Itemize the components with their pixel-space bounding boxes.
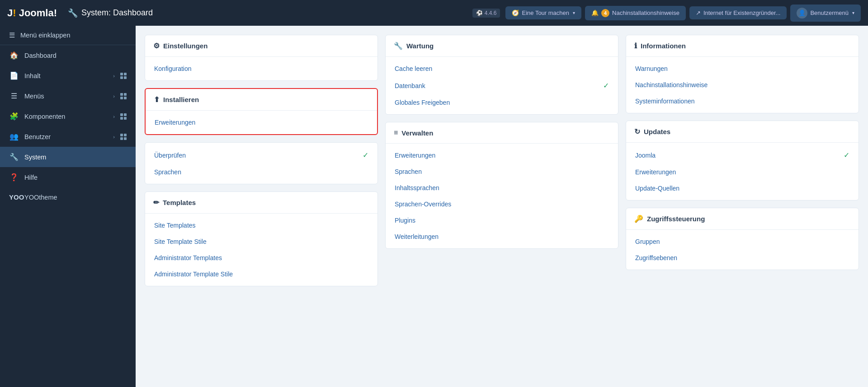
check-icon: ✓ bbox=[363, 151, 368, 159]
link-joomla-update[interactable]: Joomla ✓ bbox=[626, 146, 859, 164]
card-templates: ✏ Templates Site Templates Site Template… bbox=[145, 191, 378, 286]
refresh-icon: ↻ bbox=[634, 127, 640, 136]
card-header-einstellungen: ⚙ Einstellungen bbox=[145, 35, 377, 57]
wrench-icon: 🔧 bbox=[394, 42, 403, 50]
link-sprachen-overrides[interactable]: Sprachen-Overrides bbox=[386, 196, 618, 212]
card-updates: ↻ Updates Joomla ✓ Erweiterungen Update-… bbox=[626, 121, 859, 200]
menu-icon: ☰ bbox=[9, 92, 19, 100]
grid-icon bbox=[120, 134, 127, 140]
grid-icon bbox=[120, 93, 127, 99]
card-body-informationen: Warnungen Nachinstallationshinweise Syst… bbox=[626, 57, 859, 113]
link-weiterleitungen[interactable]: Weiterleitungen bbox=[386, 228, 618, 245]
tour-button[interactable]: 🧭 Eine Tour machen ▾ bbox=[505, 6, 581, 19]
home-icon: 🏠 bbox=[9, 51, 19, 60]
chevron-right-icon: › bbox=[113, 134, 115, 140]
link-cache-leeren[interactable]: Cache leeren bbox=[386, 61, 618, 77]
users-icon: 👥 bbox=[9, 132, 19, 141]
list-icon: ≡ bbox=[394, 129, 398, 137]
card-zugriffssteuerung: 🔑 Zugriffssteuerung Gruppen Zugriffseben… bbox=[626, 208, 859, 270]
sidebar-item-dashboard[interactable]: 🏠 Dashboard bbox=[0, 45, 136, 65]
link-plugins[interactable]: Plugins bbox=[386, 212, 618, 228]
link-warnungen[interactable]: Warnungen bbox=[626, 61, 859, 77]
logo-text: J! Joomla! bbox=[7, 7, 57, 19]
link-administrator-template-stile[interactable]: Administrator Template Stile bbox=[145, 266, 377, 282]
card-informationen: ℹ Informationen Warnungen Nachinstallati… bbox=[626, 35, 859, 113]
chevron-right-icon: › bbox=[113, 114, 115, 119]
link-globales-freigeben[interactable]: Globales Freigeben bbox=[386, 94, 618, 111]
link-sprachen-verwalten[interactable]: Sprachen bbox=[386, 163, 618, 180]
link-gruppen[interactable]: Gruppen bbox=[626, 233, 859, 250]
chevron-right-icon: › bbox=[113, 93, 115, 99]
link-inhaltssprachen[interactable]: Inhaltssprachen bbox=[386, 180, 618, 196]
link-site-template-stile[interactable]: Site Template Stile bbox=[145, 233, 377, 250]
card-wartung: 🔧 Wartung Cache leeren Datenbank ✓ Globa… bbox=[385, 35, 618, 115]
user-menu-button[interactable]: 👤 Benutzermenü ▾ bbox=[790, 5, 861, 22]
info-icon: ℹ bbox=[634, 42, 637, 50]
check-icon: ✓ bbox=[603, 81, 609, 90]
topbar: J! Joomla! 🔧 System: Dashboard ⚽ 4.4.6 🧭… bbox=[0, 0, 868, 26]
link-ueberpruefen[interactable]: Überprüfen ✓ bbox=[145, 146, 377, 164]
link-erweiterungen-update[interactable]: Erweiterungen bbox=[626, 164, 859, 180]
card-ueberpruefen: Überprüfen ✓ Sprachen bbox=[145, 142, 378, 184]
card-body-wartung: Cache leeren Datenbank ✓ Globales Freige… bbox=[386, 57, 618, 114]
link-update-quellen[interactable]: Update-Quellen bbox=[626, 180, 859, 196]
chevron-down-icon: ▾ bbox=[852, 10, 854, 15]
wrench-icon: 🔧 bbox=[68, 8, 78, 18]
user-icon: 👤 bbox=[797, 8, 807, 19]
card-body-verwalten: Erweiterungen Sprachen Inhaltssprachen S… bbox=[386, 144, 618, 248]
external-button[interactable]: ↗ Internet für Existenzgründer... bbox=[689, 6, 787, 19]
key-icon: 🔑 bbox=[634, 214, 643, 223]
card-body-ueberpruefen: Überprüfen ✓ Sprachen bbox=[145, 143, 377, 184]
card-body-updates: Joomla ✓ Erweiterungen Update-Quellen bbox=[626, 143, 859, 200]
topbar-actions: 🧭 Eine Tour machen ▾ 🔔 4 Nachinstallatio… bbox=[505, 5, 861, 22]
link-systeminformationen[interactable]: Systeminformationen bbox=[626, 93, 859, 109]
sidebar-item-hilfe[interactable]: ❓ Hilfe bbox=[0, 167, 136, 187]
card-installieren: ⬆ Installieren Erweiterungen bbox=[145, 88, 378, 135]
link-nachinstallationshinweise[interactable]: Nachinstallationshinweise bbox=[626, 77, 859, 93]
check-icon: ✓ bbox=[844, 151, 849, 159]
grid-icon bbox=[120, 113, 127, 120]
card-body-installieren: Erweiterungen bbox=[146, 111, 377, 134]
link-erweiterungen-install[interactable]: Erweiterungen bbox=[146, 114, 377, 131]
sidebar-item-inhalt[interactable]: 📄 Inhalt › bbox=[0, 65, 136, 86]
link-administrator-templates[interactable]: Administrator Templates bbox=[145, 250, 377, 266]
card-verwalten: ≡ Verwalten Erweiterungen Sprachen Inhal… bbox=[385, 122, 618, 249]
chevron-down-icon: ▾ bbox=[573, 10, 575, 15]
pencil-icon: ✏ bbox=[153, 198, 159, 207]
notifications-button[interactable]: 🔔 4 Nachinstallationshinweise bbox=[585, 6, 686, 20]
link-site-templates[interactable]: Site Templates bbox=[145, 217, 377, 233]
link-sprachen[interactable]: Sprachen bbox=[145, 164, 377, 180]
column-3: ℹ Informationen Warnungen Nachinstallati… bbox=[626, 35, 859, 286]
external-link-icon: ↗ bbox=[696, 9, 701, 16]
sidebar-item-komponenten[interactable]: 🧩 Komponenten › bbox=[0, 106, 136, 126]
card-header-informationen: ℹ Informationen bbox=[626, 35, 859, 57]
card-body-templates: Site Templates Site Template Stile Admin… bbox=[145, 214, 377, 286]
sidebar-item-menus[interactable]: ☰ Menüs › bbox=[0, 86, 136, 106]
link-erweiterungen-verwalten[interactable]: Erweiterungen bbox=[386, 147, 618, 163]
puzzle-icon: 🧩 bbox=[9, 112, 19, 121]
card-einstellungen: ⚙ Einstellungen Konfiguration bbox=[145, 35, 378, 81]
card-header-templates: ✏ Templates bbox=[145, 192, 377, 214]
collapse-menu-button[interactable]: ☰ Menü einklappen bbox=[0, 26, 136, 45]
sidebar-item-yootheme[interactable]: YOO YOOtheme bbox=[0, 187, 136, 207]
bell-icon: 🔔 bbox=[591, 9, 599, 16]
card-header-updates: ↻ Updates bbox=[626, 121, 859, 143]
install-icon: ⬆ bbox=[154, 95, 160, 104]
help-icon: ❓ bbox=[9, 173, 19, 182]
file-icon: 📄 bbox=[9, 71, 19, 80]
sidebar: ☰ Menü einklappen 🏠 Dashboard 📄 Inhalt ›… bbox=[0, 26, 136, 387]
card-body-zugriffssteuerung: Gruppen Zugriffsebenen bbox=[626, 230, 859, 270]
link-konfiguration[interactable]: Konfiguration bbox=[145, 61, 377, 77]
column-2: 🔧 Wartung Cache leeren Datenbank ✓ Globa… bbox=[385, 35, 618, 286]
card-header-verwalten: ≡ Verwalten bbox=[386, 122, 618, 144]
card-header-installieren: ⬆ Installieren bbox=[146, 89, 377, 111]
gear-icon: ⚙ bbox=[153, 42, 160, 50]
sidebar-item-system[interactable]: 🔧 System bbox=[0, 147, 136, 167]
logo: J! Joomla! bbox=[7, 7, 57, 19]
compass-icon: 🧭 bbox=[512, 9, 519, 16]
main-content: ⚙ Einstellungen Konfiguration ⬆ Installi… bbox=[136, 26, 868, 387]
sidebar-item-benutzer[interactable]: 👥 Benutzer › bbox=[0, 126, 136, 147]
link-datenbank[interactable]: Datenbank ✓ bbox=[386, 77, 618, 94]
page-title: 🔧 System: Dashboard bbox=[68, 8, 463, 18]
link-zugriffsebenen[interactable]: Zugriffsebenen bbox=[626, 250, 859, 266]
